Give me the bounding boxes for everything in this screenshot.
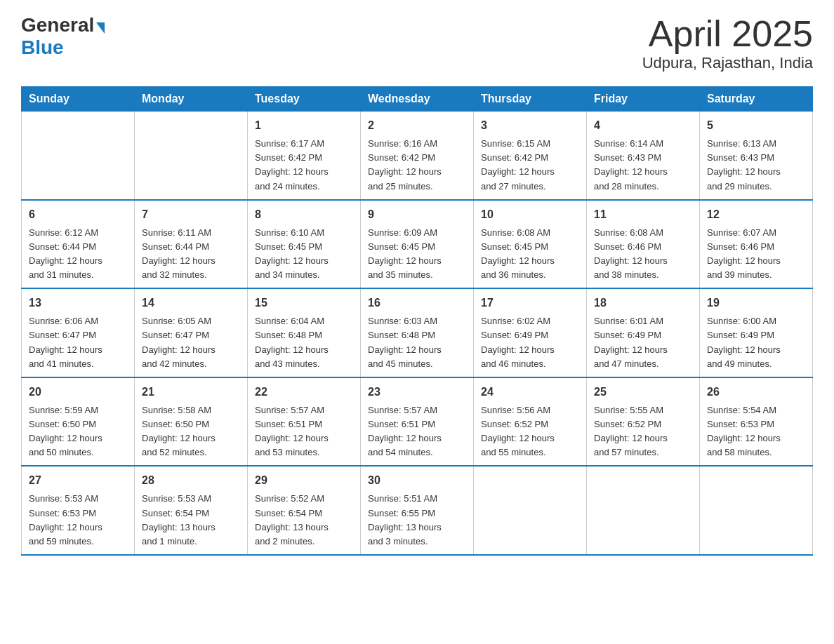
calendar-cell: 13Sunrise: 6:06 AM Sunset: 6:47 PM Dayli… [22, 288, 135, 377]
calendar-week-3: 13Sunrise: 6:06 AM Sunset: 6:47 PM Dayli… [22, 288, 813, 377]
logo: General Blue [21, 14, 105, 59]
day-number: 1 [255, 117, 353, 134]
day-info: Sunrise: 5:53 AM Sunset: 6:54 PM Dayligh… [142, 492, 240, 549]
calendar-cell [474, 466, 587, 555]
day-number: 17 [481, 295, 579, 311]
logo-general-text: General [21, 14, 94, 36]
day-info: Sunrise: 6:16 AM Sunset: 6:42 PM Dayligh… [368, 137, 466, 194]
calendar-cell: 7Sunrise: 6:11 AM Sunset: 6:44 PM Daylig… [135, 200, 248, 289]
day-number: 8 [255, 206, 353, 223]
calendar-cell [22, 112, 135, 200]
calendar-cell: 6Sunrise: 6:12 AM Sunset: 6:44 PM Daylig… [22, 200, 135, 289]
calendar-cell: 11Sunrise: 6:08 AM Sunset: 6:46 PM Dayli… [587, 200, 700, 289]
day-info: Sunrise: 6:05 AM Sunset: 6:47 PM Dayligh… [142, 314, 240, 371]
calendar-cell: 21Sunrise: 5:58 AM Sunset: 6:50 PM Dayli… [135, 377, 248, 467]
column-header-wednesday: Wednesday [361, 87, 474, 112]
day-number: 15 [255, 295, 353, 311]
calendar-cell: 23Sunrise: 5:57 AM Sunset: 6:51 PM Dayli… [361, 377, 474, 467]
day-number: 23 [368, 384, 466, 401]
calendar-cell: 1Sunrise: 6:17 AM Sunset: 6:42 PM Daylig… [248, 112, 361, 200]
calendar-cell: 28Sunrise: 5:53 AM Sunset: 6:54 PM Dayli… [135, 466, 248, 555]
column-header-sunday: Sunday [22, 87, 135, 112]
day-info: Sunrise: 6:03 AM Sunset: 6:48 PM Dayligh… [368, 314, 466, 371]
day-info: Sunrise: 6:14 AM Sunset: 6:43 PM Dayligh… [594, 137, 692, 194]
day-info: Sunrise: 6:12 AM Sunset: 6:44 PM Dayligh… [29, 226, 127, 283]
calendar-cell: 22Sunrise: 5:57 AM Sunset: 6:51 PM Dayli… [248, 377, 361, 467]
day-number: 3 [481, 117, 579, 134]
day-number: 26 [707, 384, 805, 401]
calendar-table: SundayMondayTuesdayWednesdayThursdayFrid… [21, 86, 813, 556]
calendar-cell: 19Sunrise: 6:00 AM Sunset: 6:49 PM Dayli… [700, 288, 813, 377]
calendar-cell [700, 466, 813, 555]
calendar-subtitle: Udpura, Rajasthan, India [642, 54, 813, 72]
calendar-cell: 14Sunrise: 6:05 AM Sunset: 6:47 PM Dayli… [135, 288, 248, 377]
day-info: Sunrise: 6:11 AM Sunset: 6:44 PM Dayligh… [142, 226, 240, 283]
calendar-cell: 15Sunrise: 6:04 AM Sunset: 6:48 PM Dayli… [248, 288, 361, 377]
day-number: 22 [255, 384, 353, 401]
day-info: Sunrise: 5:51 AM Sunset: 6:55 PM Dayligh… [368, 492, 466, 549]
calendar-week-5: 27Sunrise: 5:53 AM Sunset: 6:53 PM Dayli… [22, 466, 813, 555]
day-number: 18 [594, 295, 692, 311]
day-info: Sunrise: 5:53 AM Sunset: 6:53 PM Dayligh… [29, 492, 127, 549]
day-info: Sunrise: 6:13 AM Sunset: 6:43 PM Dayligh… [707, 137, 805, 194]
calendar-cell: 3Sunrise: 6:15 AM Sunset: 6:42 PM Daylig… [474, 112, 587, 200]
calendar-cell: 27Sunrise: 5:53 AM Sunset: 6:53 PM Dayli… [22, 466, 135, 555]
logo-blue-text: Blue [21, 36, 64, 58]
day-number: 10 [481, 206, 579, 223]
day-info: Sunrise: 6:04 AM Sunset: 6:48 PM Dayligh… [255, 314, 353, 371]
column-header-friday: Friday [587, 87, 700, 112]
day-info: Sunrise: 6:10 AM Sunset: 6:45 PM Dayligh… [255, 226, 353, 283]
column-header-monday: Monday [135, 87, 248, 112]
day-number: 29 [255, 472, 353, 489]
day-number: 19 [707, 295, 805, 311]
day-number: 11 [594, 206, 692, 223]
day-info: Sunrise: 6:08 AM Sunset: 6:46 PM Dayligh… [594, 226, 692, 283]
day-number: 24 [481, 384, 579, 401]
logo-arrow-icon [96, 22, 105, 34]
title-block: April 2025 Udpura, Rajasthan, India [642, 14, 813, 72]
day-number: 7 [142, 206, 240, 223]
day-info: Sunrise: 5:57 AM Sunset: 6:51 PM Dayligh… [255, 403, 353, 460]
day-info: Sunrise: 5:57 AM Sunset: 6:51 PM Dayligh… [368, 403, 466, 460]
column-header-thursday: Thursday [474, 87, 587, 112]
day-info: Sunrise: 5:52 AM Sunset: 6:54 PM Dayligh… [255, 492, 353, 549]
day-info: Sunrise: 5:56 AM Sunset: 6:52 PM Dayligh… [481, 403, 579, 460]
day-number: 16 [368, 295, 466, 311]
day-number: 28 [142, 472, 240, 489]
day-info: Sunrise: 5:54 AM Sunset: 6:53 PM Dayligh… [707, 403, 805, 460]
calendar-cell: 10Sunrise: 6:08 AM Sunset: 6:45 PM Dayli… [474, 200, 587, 289]
calendar-cell [135, 112, 248, 200]
calendar-cell: 29Sunrise: 5:52 AM Sunset: 6:54 PM Dayli… [248, 466, 361, 555]
calendar-cell: 20Sunrise: 5:59 AM Sunset: 6:50 PM Dayli… [22, 377, 135, 467]
calendar-title: April 2025 [642, 14, 813, 54]
day-number: 25 [594, 384, 692, 401]
calendar-cell: 24Sunrise: 5:56 AM Sunset: 6:52 PM Dayli… [474, 377, 587, 467]
calendar-cell: 8Sunrise: 6:10 AM Sunset: 6:45 PM Daylig… [248, 200, 361, 289]
day-info: Sunrise: 6:07 AM Sunset: 6:46 PM Dayligh… [707, 226, 805, 283]
day-number: 30 [368, 472, 466, 489]
day-info: Sunrise: 6:17 AM Sunset: 6:42 PM Dayligh… [255, 137, 353, 194]
page-header: General Blue April 2025 Udpura, Rajastha… [21, 14, 813, 72]
calendar-week-4: 20Sunrise: 5:59 AM Sunset: 6:50 PM Dayli… [22, 377, 813, 467]
calendar-cell: 4Sunrise: 6:14 AM Sunset: 6:43 PM Daylig… [587, 112, 700, 200]
calendar-header: SundayMondayTuesdayWednesdayThursdayFrid… [22, 87, 813, 112]
day-number: 6 [29, 206, 127, 223]
day-info: Sunrise: 6:06 AM Sunset: 6:47 PM Dayligh… [29, 314, 127, 371]
calendar-cell: 25Sunrise: 5:55 AM Sunset: 6:52 PM Dayli… [587, 377, 700, 467]
day-number: 9 [368, 206, 466, 223]
day-number: 13 [29, 295, 127, 311]
day-number: 12 [707, 206, 805, 223]
day-info: Sunrise: 6:15 AM Sunset: 6:42 PM Dayligh… [481, 137, 579, 194]
day-info: Sunrise: 6:01 AM Sunset: 6:49 PM Dayligh… [594, 314, 692, 371]
day-info: Sunrise: 6:02 AM Sunset: 6:49 PM Dayligh… [481, 314, 579, 371]
day-info: Sunrise: 6:08 AM Sunset: 6:45 PM Dayligh… [481, 226, 579, 283]
day-info: Sunrise: 6:00 AM Sunset: 6:49 PM Dayligh… [707, 314, 805, 371]
day-number: 20 [29, 384, 127, 401]
calendar-cell [587, 466, 700, 555]
calendar-cell: 30Sunrise: 5:51 AM Sunset: 6:55 PM Dayli… [361, 466, 474, 555]
day-number: 2 [368, 117, 466, 134]
column-header-tuesday: Tuesday [248, 87, 361, 112]
calendar-cell: 16Sunrise: 6:03 AM Sunset: 6:48 PM Dayli… [361, 288, 474, 377]
calendar-body: 1Sunrise: 6:17 AM Sunset: 6:42 PM Daylig… [22, 112, 813, 555]
day-number: 27 [29, 472, 127, 489]
